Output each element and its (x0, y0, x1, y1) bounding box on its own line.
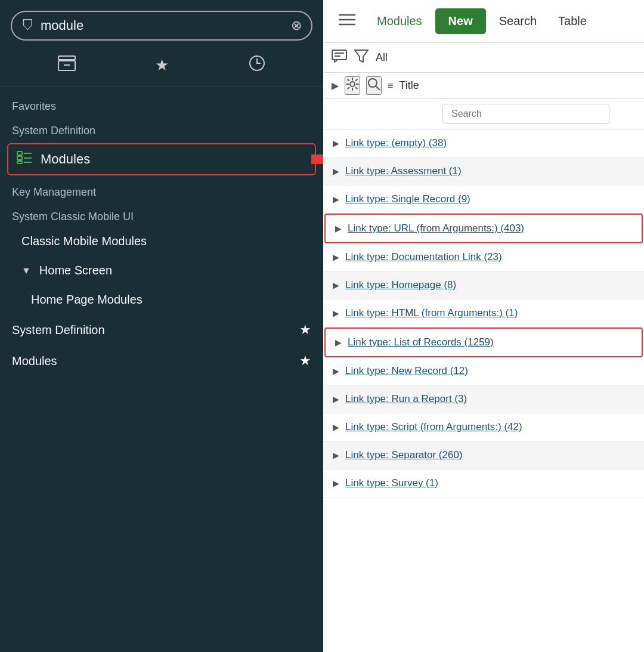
list-item[interactable]: ▶ Link type: New Record (12) (323, 357, 644, 385)
filter-icon: ⛉ (21, 18, 35, 33)
key-management-header: Key Management (0, 178, 323, 202)
svg-rect-4 (17, 152, 22, 155)
table-toolbar-button[interactable]: Table (550, 10, 595, 33)
column-headers: ▶ ≡ Title (323, 73, 644, 99)
clear-icon[interactable]: ⊗ (291, 18, 302, 33)
list-item-link[interactable]: Link type: URL (from Arguments:) (403) (348, 223, 524, 234)
sidebar: ⛉ ⊗ ★ Favorites System Definition (0, 0, 323, 652)
svg-point-19 (369, 79, 377, 87)
red-arrow (311, 147, 323, 171)
list-item-link[interactable]: Link type: Homepage (8) (345, 279, 456, 291)
modules-star-icon[interactable]: ★ (299, 353, 311, 369)
svg-rect-0 (58, 56, 75, 60)
list-item-link[interactable]: Link type: Single Record (9) (345, 193, 470, 205)
list-item-link[interactable]: Link type: Assessment (1) (345, 165, 462, 177)
modules-nav-item[interactable]: Modules (7, 143, 316, 175)
list-item[interactable]: ▶ Link type: Assessment (1) (323, 157, 644, 186)
all-filter-label: All (376, 51, 388, 64)
expand-arrow-icon: ▶ (335, 224, 342, 233)
system-definition-star-icon[interactable]: ★ (299, 322, 311, 338)
svg-marker-17 (355, 50, 368, 62)
lines-icon: ≡ (388, 81, 393, 91)
main-panel: Modules New Search Table All ▶ (323, 0, 644, 652)
list-item-link[interactable]: Link type: Documentation Link (23) (345, 251, 502, 263)
expand-arrow-icon: ▶ (335, 338, 342, 347)
classic-mobile-modules-item[interactable]: Classic Mobile Modules (0, 227, 323, 256)
home-screen-triangle-icon: ▼ (21, 265, 31, 276)
home-screen-label: Home Screen (39, 264, 112, 277)
expand-arrow-icon: ▶ (333, 308, 339, 318)
expand-arrow-icon: ▶ (333, 422, 339, 432)
expand-arrow-icon: ▶ (333, 478, 339, 488)
expand-arrow-icon: ▶ (333, 138, 339, 148)
list-item[interactable]: ▶ Link type: (empty) (38) (323, 129, 644, 157)
expand-arrow-icon: ▶ (333, 166, 339, 176)
list-item[interactable]: ▶ Link type: Script (from Arguments:) (4… (323, 413, 644, 441)
expand-arrow-icon: ▶ (333, 394, 339, 404)
filter-toolbar: All (323, 43, 644, 73)
list-item[interactable]: ▶ Link type: Run a Report (3) (323, 385, 644, 413)
modules-label: Modules (41, 152, 90, 167)
search-bar: ⛉ ⊗ (11, 11, 312, 41)
svg-rect-6 (17, 161, 22, 163)
home-screen-item[interactable]: ▼ Home Screen (0, 256, 323, 285)
sidebar-content: Favorites System Definition Modules (0, 87, 323, 652)
menu-button[interactable] (330, 8, 364, 35)
expand-arrow-icon: ▶ (333, 252, 339, 262)
modules-starred-item[interactable]: Modules ★ (0, 345, 323, 376)
expand-arrow-icon: ▶ (333, 366, 339, 376)
new-button[interactable]: New (435, 8, 486, 34)
list-container: ▶ Link type: (empty) (38) ▶ Link type: A… (323, 129, 644, 652)
system-classic-mobile-ui-header: System Classic Mobile UI (0, 202, 323, 227)
toolbar: Modules New Search Table (323, 0, 644, 43)
expand-icon: ▶ (332, 80, 339, 91)
list-item-link[interactable]: Link type: Script (from Arguments:) (42) (345, 421, 522, 433)
system-definition-starred-label: System Definition (12, 323, 105, 337)
title-search-input[interactable] (442, 104, 609, 124)
filter-toolbar-icon-button[interactable] (354, 50, 369, 66)
comment-icon-button[interactable] (332, 50, 347, 66)
svg-marker-10 (311, 150, 323, 169)
modules-icon (17, 151, 32, 168)
svg-rect-14 (332, 50, 346, 60)
list-item-link[interactable]: Link type: HTML (from Arguments:) (1) (345, 307, 518, 319)
search-input[interactable] (41, 18, 285, 33)
favorites-header: Favorites (0, 92, 323, 116)
list-item-list-of-records-highlighted[interactable]: ▶ Link type: List of Records (1259) (324, 327, 643, 357)
history-icon-button[interactable] (243, 52, 271, 78)
system-definition-starred-item[interactable]: System Definition ★ (0, 314, 323, 345)
expand-arrow-icon: ▶ (333, 194, 339, 204)
home-page-modules-label: Home Page Modules (31, 293, 143, 307)
modules-toolbar-button[interactable]: Modules (369, 10, 431, 33)
system-definition-header: System Definition (0, 116, 323, 141)
classic-mobile-modules-label: Classic Mobile Modules (21, 234, 147, 248)
list-item-link[interactable]: Link type: New Record (12) (345, 365, 468, 377)
title-column-header: Title (399, 79, 419, 92)
list-item-link[interactable]: Link type: Separator (260) (345, 449, 463, 461)
list-item-url-highlighted[interactable]: ▶ Link type: URL (from Arguments:) (403) (324, 214, 643, 243)
list-item-link[interactable]: Link type: Survey (1) (345, 477, 438, 489)
svg-point-18 (350, 82, 355, 86)
search-row (323, 99, 644, 129)
expand-arrow-icon: ▶ (333, 450, 339, 460)
settings-icon-button[interactable] (345, 76, 360, 95)
archive-icon-button[interactable] (52, 52, 82, 78)
svg-line-20 (376, 86, 380, 90)
list-item-link[interactable]: Link type: Run a Report (3) (345, 393, 467, 405)
list-item[interactable]: ▶ Link type: Documentation Link (23) (323, 243, 644, 271)
expand-arrow-icon: ▶ (333, 280, 339, 290)
list-item[interactable]: ▶ Link type: HTML (from Arguments:) (1) (323, 299, 644, 327)
list-item-link[interactable]: Link type: (empty) (38) (345, 137, 447, 149)
home-page-modules-item[interactable]: Home Page Modules (0, 285, 323, 314)
list-item[interactable]: ▶ Link type: Homepage (8) (323, 271, 644, 299)
list-item[interactable]: ▶ Link type: Separator (260) (323, 441, 644, 469)
list-item[interactable]: ▶ Link type: Single Record (9) (323, 186, 644, 214)
list-item-link[interactable]: Link type: List of Records (1259) (348, 336, 494, 348)
list-item[interactable]: ▶ Link type: Survey (1) (323, 469, 644, 498)
modules-starred-label: Modules (12, 354, 57, 368)
nav-icons-row: ★ (0, 47, 323, 87)
svg-rect-5 (17, 156, 22, 160)
favorites-icon-button[interactable]: ★ (149, 52, 175, 78)
search-toolbar-button[interactable]: Search (491, 10, 545, 33)
search-column-icon-button[interactable] (366, 76, 382, 95)
